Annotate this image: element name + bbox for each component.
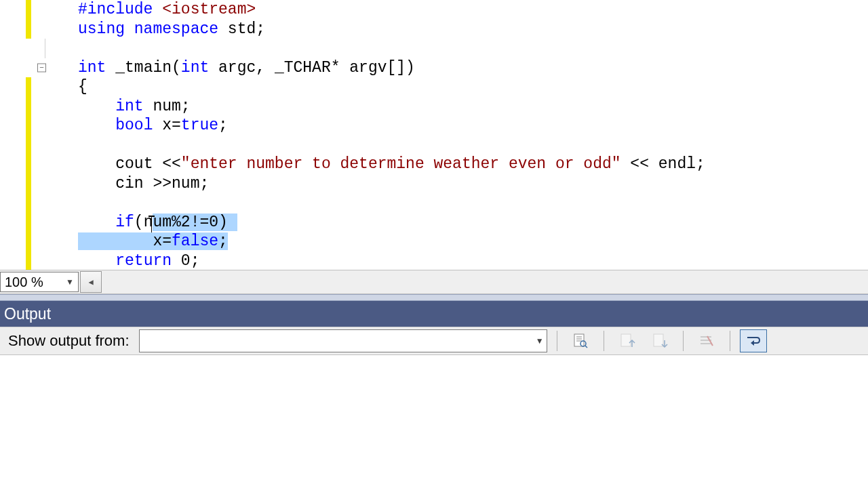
token-keyword: if [115, 214, 134, 231]
zoom-value: 100 % [5, 274, 43, 290]
code-line-selected[interactable]: ifif(n(num%2!=0) [0, 213, 868, 232]
code-editor[interactable]: #include <iostream> using namespace std;… [0, 0, 868, 270]
code-line[interactable]: #include <iostream> [0, 0, 868, 20]
code-line[interactable]: return 0; [0, 251, 868, 270]
page-down-arrow-icon [651, 332, 669, 350]
token-plain: argc, _TCHAR* argv[]) [209, 59, 415, 77]
clear-icon [698, 332, 715, 350]
token-plain: x= [153, 117, 180, 134]
token-plain: x= [153, 232, 172, 250]
page-up-arrow-icon [618, 332, 636, 350]
separator [730, 331, 730, 351]
code-line[interactable]: using namespace std; [0, 20, 868, 39]
separator [604, 331, 604, 351]
prev-message-button[interactable] [614, 329, 641, 352]
output-toolbar: Show output from: ▼ [0, 327, 868, 355]
token-keyword: return [115, 252, 172, 270]
token-keyword: true [181, 117, 218, 134]
code-line[interactable]: cout <<"enter number to determine weathe… [0, 155, 868, 174]
token-plain: ; [218, 232, 228, 250]
clear-all-button[interactable] [693, 329, 720, 352]
output-panel-title: Output [0, 301, 868, 327]
token-keyword: int [78, 59, 106, 77]
selection: um%2!=0) [153, 214, 237, 231]
triangle-left-icon: ◀ [88, 277, 93, 287]
code-line[interactable]: { [0, 77, 868, 97]
output-text-area[interactable] [0, 355, 868, 486]
code-line-blank[interactable] [0, 136, 868, 155]
token-keyword: using [78, 20, 125, 38]
separator [557, 331, 557, 351]
token-plain: ; [218, 117, 228, 134]
token-plain: 0; [172, 252, 199, 270]
token-plain: std; [218, 20, 265, 38]
token-plain: cout << [115, 155, 181, 173]
word-wrap-icon [745, 332, 762, 350]
token-keyword: #include [78, 1, 153, 18]
code-line[interactable]: bool x=true; [0, 116, 868, 136]
token-plain: << endl; [621, 155, 705, 173]
scroll-left-button[interactable]: ◀ [80, 271, 102, 293]
token-string: <iostream> [153, 1, 256, 18]
show-output-label: Show output from: [8, 332, 130, 350]
next-message-button[interactable] [646, 329, 673, 352]
token-plain: { [78, 78, 87, 96]
code-line[interactable]: cin >>num; [0, 174, 868, 194]
code-line-blank[interactable] [0, 39, 868, 58]
output-source-combo[interactable]: ▼ [139, 329, 547, 352]
token-keyword: int [115, 98, 143, 115]
svg-rect-6 [621, 334, 631, 346]
token-plain: cin >>num; [115, 175, 209, 192]
token-keyword: namespace [125, 20, 218, 38]
chevron-down-icon: ▼ [66, 277, 74, 287]
code-line-selected[interactable]: x=false; [0, 232, 868, 251]
separator [683, 331, 684, 351]
svg-line-5 [585, 346, 587, 348]
zoom-combo[interactable]: 100 % ▼ [0, 272, 79, 292]
output-panel: Output Show output from: ▼ [0, 301, 868, 486]
token-string: "enter number to determine weather even … [181, 155, 621, 173]
selection: x=false; [78, 232, 228, 250]
code-line-blank[interactable] [0, 193, 868, 213]
token-keyword: false [172, 232, 218, 250]
toggle-word-wrap-button[interactable] [740, 329, 767, 352]
token-keyword: int [181, 59, 209, 77]
fold-toggle-icon[interactable]: − [37, 63, 46, 72]
find-icon [572, 332, 589, 350]
panel-splitter[interactable] [0, 294, 868, 301]
token-plain: num; [144, 98, 191, 115]
token-keyword: bool [115, 117, 153, 134]
chevron-down-icon: ▼ [536, 336, 544, 346]
code-line[interactable]: − int _tmain(int argc, _TCHAR* argv[]) [0, 58, 868, 78]
find-message-button[interactable] [567, 329, 594, 352]
token-plain: _tmain( [106, 59, 180, 77]
editor-status-bar: 100 % ▼ ◀ [0, 270, 868, 294]
svg-rect-0 [574, 334, 584, 346]
code-line[interactable]: int num; [0, 97, 868, 117]
